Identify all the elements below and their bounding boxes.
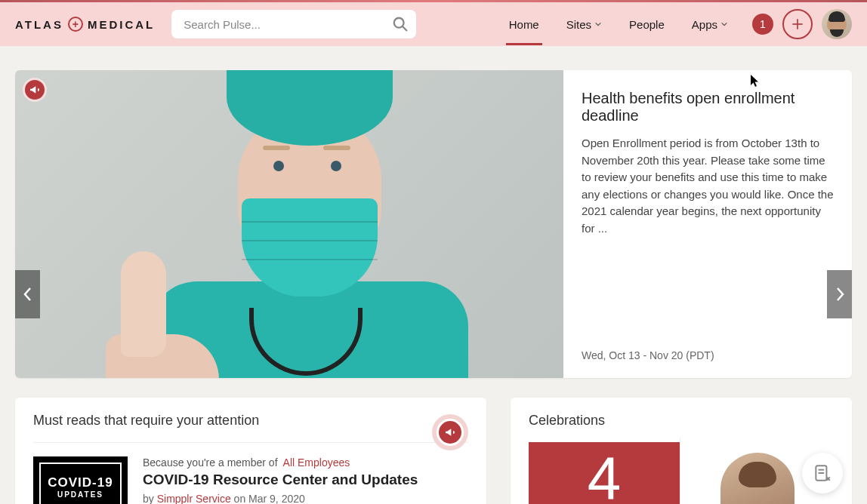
- profile-avatar[interactable]: [822, 9, 852, 39]
- must-reads-title: Must reads that require your attention: [33, 413, 468, 429]
- person-avatar: [720, 453, 794, 504]
- chevron-left-icon: [22, 285, 34, 303]
- divider: [33, 442, 468, 443]
- search-icon: [392, 16, 409, 32]
- nav-sites[interactable]: Sites: [563, 5, 605, 45]
- celebrations-card: Celebrations 4: [511, 398, 852, 504]
- brand-text-right: MEDICAL: [88, 18, 155, 31]
- notepad-icon: [813, 463, 832, 483]
- primary-nav: Home Sites People Apps: [506, 5, 731, 45]
- must-read-item: COVID-19 UPDATES Because you're a member…: [33, 456, 468, 504]
- audience-line: Because you're a member of All Employees: [143, 456, 418, 469]
- thumb-line2: UPDATES: [57, 490, 103, 499]
- audience-prefix: Because you're a member of: [143, 456, 278, 469]
- must-read-item-title[interactable]: COVID-19 Resource Center and Updates: [143, 472, 418, 488]
- nav-people[interactable]: People: [626, 5, 668, 45]
- nav-home[interactable]: Home: [506, 5, 542, 45]
- celebration-tile-number[interactable]: 4: [529, 442, 680, 504]
- hero-date: Wed, Oct 13 - Nov 20 (PDT): [582, 349, 834, 361]
- carousel-next-button[interactable]: [827, 270, 852, 318]
- must-reads-card: Must reads that require your attention C…: [15, 398, 486, 504]
- header-actions: 1: [752, 9, 852, 39]
- svg-line-1: [403, 26, 407, 31]
- brand-text-left: ATLAS: [15, 18, 63, 31]
- hero-image[interactable]: [15, 70, 563, 378]
- celebrations-title: Celebrations: [529, 413, 834, 429]
- byline: by Simpplr Service on Mar 9, 2020: [143, 493, 418, 504]
- by-prefix: by: [143, 493, 154, 504]
- chevron-down-icon: [594, 20, 602, 28]
- author-link[interactable]: Simpplr Service: [157, 493, 231, 504]
- search-button[interactable]: [389, 13, 412, 35]
- hero-title[interactable]: Health benefits open enrollment deadline: [582, 90, 834, 124]
- app-header: ATLAS + MEDICAL Home Sites People Apps 1: [0, 2, 867, 46]
- search-container: [171, 10, 416, 38]
- on-prefix: on: [234, 493, 246, 504]
- celebration-number: 4: [588, 444, 622, 504]
- nav-sites-label: Sites: [566, 18, 591, 31]
- celebrations-row: 4: [529, 442, 834, 504]
- plus-icon: [790, 17, 805, 32]
- main-content: Health benefits open enrollment deadline…: [0, 46, 867, 504]
- item-date: Mar 9, 2020: [248, 493, 305, 504]
- carousel-prev-button[interactable]: [15, 270, 40, 318]
- hero-description: Open Enrollment period is from October 1…: [582, 135, 834, 237]
- brand-logo[interactable]: ATLAS + MEDICAL: [15, 17, 155, 32]
- bottom-row: Must reads that require your attention C…: [15, 398, 852, 504]
- thumb-line1: COVID-19: [48, 475, 113, 490]
- announcement-badge: [23, 78, 47, 102]
- help-fab-button[interactable]: [802, 453, 843, 493]
- audience-link[interactable]: All Employees: [283, 456, 350, 469]
- must-read-body: Because you're a member of All Employees…: [143, 456, 418, 504]
- create-button[interactable]: [782, 9, 813, 39]
- nav-apps[interactable]: Apps: [689, 5, 731, 45]
- avatar-icon: [827, 14, 847, 34]
- chevron-right-icon: [834, 285, 846, 303]
- notifications-badge[interactable]: 1: [752, 14, 773, 35]
- hero-content: Health benefits open enrollment deadline…: [563, 70, 852, 378]
- plus-icon: +: [68, 17, 83, 32]
- hero-carousel: Health benefits open enrollment deadline…: [15, 70, 852, 378]
- megaphone-icon: [29, 84, 41, 96]
- must-read-thumbnail[interactable]: COVID-19 UPDATES: [33, 456, 128, 504]
- search-input[interactable]: [171, 10, 416, 38]
- chevron-down-icon: [720, 20, 728, 28]
- nav-apps-label: Apps: [692, 18, 717, 31]
- megaphone-icon: [444, 426, 456, 438]
- announcement-ring[interactable]: [432, 414, 468, 450]
